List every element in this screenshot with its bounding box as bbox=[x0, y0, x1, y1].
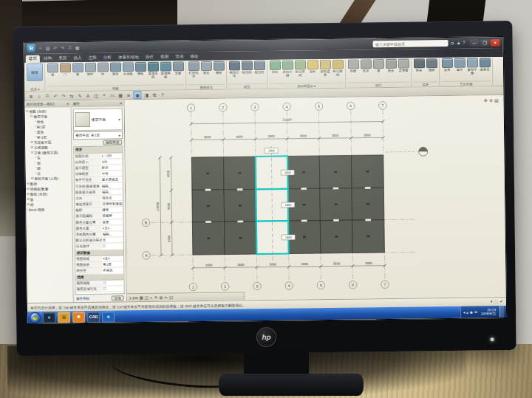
ribbon-button[interactable]: 房间分隔 bbox=[282, 61, 293, 78]
property-value[interactable]: 1 : 100 bbox=[100, 154, 122, 157]
toolbar-icon[interactable]: ⎙ bbox=[67, 45, 73, 50]
view-control-icon[interactable]: ◐ bbox=[150, 295, 152, 300]
tool-strip-icon[interactable]: ◨ bbox=[143, 92, 149, 98]
toolbar-icon[interactable]: ▦ bbox=[75, 45, 81, 50]
modify-button[interactable]: 修改 bbox=[27, 64, 43, 81]
ribbon-button[interactable]: 模型组 bbox=[253, 61, 265, 78]
ribbon-button[interactable]: 墙 bbox=[47, 63, 58, 80]
ribbon-button[interactable]: 垂直 bbox=[385, 59, 397, 77]
ribbon-button[interactable]: 天花板 bbox=[122, 62, 134, 80]
ribbon-tab[interactable]: 体量和场地 bbox=[115, 54, 142, 62]
type-preview[interactable]: 楼层平面 ▾ bbox=[73, 108, 123, 131]
ribbon-tab[interactable]: 分析 bbox=[100, 54, 115, 62]
minimize-button[interactable]: — bbox=[470, 39, 480, 47]
property-value[interactable]: 显示原状态 bbox=[101, 178, 123, 182]
property-row[interactable]: 裁剪区域可见 ☐ bbox=[76, 287, 124, 293]
tool-strip-icon[interactable]: ▭ bbox=[109, 92, 115, 98]
tool-strip-icon[interactable]: A bbox=[84, 92, 91, 99]
tool-strip-icon[interactable]: ≋ bbox=[125, 92, 132, 98]
properties-header[interactable]: 属性 ✕ bbox=[72, 100, 124, 107]
ribbon-tab[interactable]: 管理 bbox=[172, 53, 186, 61]
navigation-icon[interactable]: ⊕ bbox=[489, 97, 493, 103]
ribbon-group-label[interactable]: 基准 bbox=[413, 81, 437, 86]
tray-icon[interactable]: ◂ bbox=[463, 310, 465, 314]
toolbar-icon[interactable]: ↷ bbox=[60, 45, 66, 50]
property-value[interactable]: 项目北 bbox=[101, 196, 123, 199]
ribbon-button[interactable]: 幕墙网格 bbox=[160, 62, 171, 80]
toolbar-icon[interactable]: ⌂ bbox=[38, 46, 44, 51]
property-value[interactable]: 中等 bbox=[101, 172, 123, 176]
chevron-down-icon[interactable]: ▾ bbox=[118, 117, 120, 121]
ribbon-tab[interactable]: 建筑 bbox=[26, 55, 40, 63]
taskbar-app-icon[interactable]: ☻ bbox=[102, 311, 115, 322]
ribbon-button[interactable]: 轴网 bbox=[426, 58, 437, 76]
view-control-icon[interactable]: ◫ bbox=[145, 295, 149, 300]
taskbar-clock[interactable]: 20:24 2008/9/11 bbox=[480, 308, 497, 316]
ribbon-button[interactable]: 标记面积 bbox=[332, 60, 344, 78]
property-value[interactable]: 编辑... bbox=[101, 184, 123, 188]
property-value[interactable]: 标准 bbox=[101, 165, 123, 169]
apply-button[interactable]: 应用 bbox=[112, 295, 124, 301]
ribbon-button[interactable]: 柱 bbox=[97, 63, 109, 80]
close-button[interactable]: ✕ bbox=[491, 39, 500, 47]
ribbon-tab[interactable]: 结构 bbox=[41, 55, 55, 63]
property-value[interactable]: ☐ bbox=[102, 281, 123, 284]
ribbon-tab[interactable]: 插入 bbox=[70, 54, 84, 62]
ribbon-button[interactable]: 查看器 bbox=[479, 58, 491, 75]
tray-icon[interactable]: ▴ bbox=[466, 310, 468, 314]
property-value[interactable]: 编辑... bbox=[101, 190, 123, 193]
ribbon-button[interactable]: 坡道 bbox=[200, 61, 212, 79]
ribbon-button[interactable]: 墙 bbox=[372, 59, 384, 77]
ribbon-tab[interactable]: 视图 bbox=[157, 53, 171, 61]
taskbar-app-icon[interactable]: ▤ bbox=[58, 312, 70, 323]
navigation-icon[interactable]: ▤ bbox=[494, 97, 499, 103]
property-value[interactable]: 第1层 bbox=[102, 263, 123, 267]
property-value[interactable]: 背景 bbox=[101, 220, 123, 224]
ribbon-button[interactable]: 楼梯 bbox=[213, 61, 225, 79]
toolbar-icon[interactable]: ↶ bbox=[52, 45, 58, 50]
tool-strip-icon[interactable]: ⎙ bbox=[44, 93, 50, 100]
property-value[interactable]: 100 bbox=[100, 159, 122, 163]
tool-strip-icon[interactable]: ↷ bbox=[60, 92, 66, 99]
ribbon-button[interactable]: 竖梃 bbox=[172, 61, 184, 79]
property-value[interactable]: <无> bbox=[102, 226, 123, 230]
tool-strip-icon[interactable]: ⌂ bbox=[35, 93, 42, 100]
drawing-canvas[interactable]: 11223344556677BA216003600360036003600360… bbox=[125, 95, 506, 301]
toolbar-icon[interactable]: ★ bbox=[457, 41, 460, 46]
navigation-icon[interactable]: ✥ bbox=[484, 97, 488, 103]
ribbon-button[interactable]: 门 bbox=[59, 63, 71, 80]
ribbon-group-label[interactable]: 房间和面积 ▾ bbox=[269, 83, 344, 89]
ribbon-button[interactable]: 楼板 bbox=[134, 62, 146, 80]
ribbon-button[interactable]: 面积 bbox=[307, 60, 318, 78]
edit-type-button[interactable]: 编辑类型 bbox=[103, 140, 122, 145]
ribbon-button[interactable]: 设置 bbox=[441, 58, 453, 76]
ribbon-button[interactable]: 模型线 bbox=[241, 61, 253, 78]
ribbon-tab[interactable]: 系统 bbox=[55, 55, 69, 63]
property-value[interactable]: 不相关 bbox=[102, 269, 123, 272]
ribbon-button[interactable]: 竖井 bbox=[360, 59, 372, 77]
close-icon[interactable]: ✕ bbox=[66, 102, 69, 106]
tool-strip-icon[interactable]: ? bbox=[159, 92, 166, 98]
search-input[interactable]: 键入关键字或短语 bbox=[373, 40, 449, 47]
ribbon-button[interactable]: 面积边界 bbox=[319, 60, 331, 78]
property-value[interactable]: <无> bbox=[102, 256, 123, 260]
ribbon-tab[interactable]: 修改 bbox=[187, 53, 201, 61]
tool-strip-icon[interactable]: ↶ bbox=[52, 92, 58, 99]
view-control-icon[interactable]: ☀ bbox=[154, 295, 158, 300]
ribbon-button[interactable]: 栏杆扶手 bbox=[188, 61, 200, 79]
tool-strip-icon[interactable]: ⌖ bbox=[100, 92, 107, 99]
tool-strip-icon[interactable]: ▣ bbox=[133, 91, 141, 99]
revit-logo[interactable]: R bbox=[27, 44, 35, 52]
tool-strip-icon[interactable]: ✎ bbox=[76, 92, 83, 99]
ribbon-group-label[interactable]: 楼梯坡道 bbox=[188, 84, 225, 90]
view-control-icon[interactable]: ◱ bbox=[169, 295, 173, 300]
start-button[interactable] bbox=[30, 312, 41, 323]
property-value[interactable]: 按规程 bbox=[101, 214, 123, 218]
toolbar-icon[interactable]: ⟳ bbox=[451, 41, 454, 46]
ribbon-button[interactable]: 模型文字 bbox=[228, 61, 240, 78]
maximize-button[interactable]: ❐ bbox=[480, 39, 490, 47]
ribbon-button[interactable]: 屋顶 bbox=[109, 62, 121, 80]
ribbon-button[interactable]: 显示 bbox=[454, 58, 466, 76]
ribbon-button[interactable]: 老虎窗 bbox=[398, 59, 409, 77]
ribbon-button[interactable]: 按面 bbox=[347, 59, 359, 77]
